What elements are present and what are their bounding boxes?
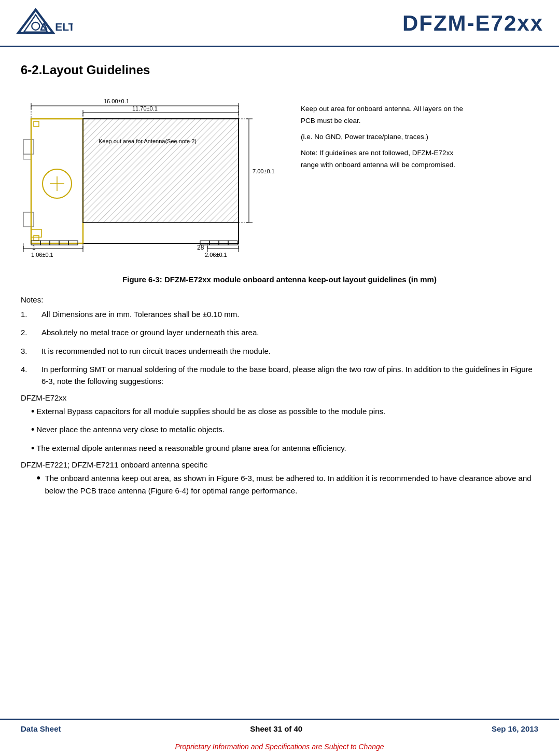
figure-container: Keep out area for Antenna(See note 2) 16… [21,88,538,266]
footer-right: Sep 16, 2013 [492,724,538,733]
note-item-2: 2. Absolutely no metal trace or ground l… [21,326,538,338]
page-title: DFZM-E72xx [402,11,543,36]
svg-text:11.70±0.1: 11.70±0.1 [132,105,158,112]
dfzm-specific-label: DFZM-E7221; DFZM-E7211 onboard antenna s… [21,460,538,469]
note-text-4: In performing SMT or manual soldering of… [41,363,538,388]
dfzm-specific-bullet-list: The onboard antenna keep out area, as sh… [21,472,538,497]
dfzm-bullet-3: The external dipole antennas need a reas… [31,442,538,455]
dfzm-specific-bullet-1: The onboard antenna keep out area, as sh… [36,472,538,497]
footer-sub: Proprietary Information and Specificatio… [0,743,559,751]
svg-text:ELTA: ELTA [55,21,73,33]
svg-text:7.00±0.1: 7.00±0.1 [253,168,275,174]
note-text-3: It is recommended not to run circuit tra… [41,345,271,357]
notes-list: 1. All Dimensions are in mm. Tolerances … [21,308,538,387]
svg-rect-7 [23,140,34,154]
note-text-2: Absolutely no metal trace or ground laye… [41,326,259,338]
note-item-4: 4. In performing SMT or manual soldering… [21,363,538,388]
footer: Data Sheet Sheet 31 of 40 Sep 16, 2013 [0,719,559,737]
main-content: 6-2.Layout Guidelines [0,47,559,507]
dfzm-bullet-list: External Bypass capacitors for all modul… [21,405,538,455]
side-note-1: Keep out area for onboard antenna. All l… [301,103,538,115]
svg-rect-9 [23,154,31,159]
figure-caption: Figure 6-3: DFZM-E72xx module onboard an… [21,275,538,284]
dfzm-section-label: DFZM-E72xx [21,393,538,402]
svg-text:Δ: Δ [40,21,48,33]
svg-text:Keep out area for Antenna(See : Keep out area for Antenna(See note 2) [99,138,197,144]
svg-rect-17 [83,119,239,223]
figure-side-notes: Keep out area for onboard antenna. All l… [301,88,538,266]
side-note-4: Note: If guidelines are not followed, DF… [301,147,538,159]
logo-area: ELTA Δ [10,5,73,42]
note-number-4: 4. [21,363,41,375]
note-number-1: 1. [21,308,41,320]
footer-left: Data Sheet [21,724,61,733]
svg-text:1.06±0.1: 1.06±0.1 [31,252,53,258]
dfzm-bullet-2: Never place the antenna very close to me… [31,423,538,436]
side-note-5: range with onboard antenna will be compr… [301,159,538,171]
delta-logo: ELTA Δ [10,5,73,42]
svg-text:16.00±0.1: 16.00±0.1 [104,98,129,104]
note-text-1: All Dimensions are in mm. Tolerances sha… [41,308,239,320]
side-note-3: (i.e. No GND, Power trace/plane, traces.… [301,131,538,143]
svg-rect-15 [34,236,39,241]
layout-diagram: Keep out area for Antenna(See note 2) 16… [21,88,290,264]
note-number-2: 2. [21,326,41,338]
footer-center: Sheet 31 of 40 [250,724,302,733]
svg-point-2 [32,22,39,30]
svg-rect-14 [34,121,39,127]
svg-rect-8 [23,212,34,227]
diagram-area: Keep out area for Antenna(See note 2) 16… [21,88,290,266]
side-note-2: PCB must be clear. [301,115,538,127]
note-item-3: 3. It is recommended not to run circuit … [21,345,538,357]
dfzm-bullet-1: External Bypass capacitors for all modul… [31,405,538,418]
section-title: 6-2.Layout Guidelines [21,63,538,77]
svg-text:2.06±0.1: 2.06±0.1 [205,252,227,258]
notes-label: Notes: [21,295,538,304]
note-item-1: 1. All Dimensions are in mm. Tolerances … [21,308,538,320]
header: ELTA Δ DFZM-E72xx [0,0,559,47]
note-number-3: 3. [21,345,41,357]
